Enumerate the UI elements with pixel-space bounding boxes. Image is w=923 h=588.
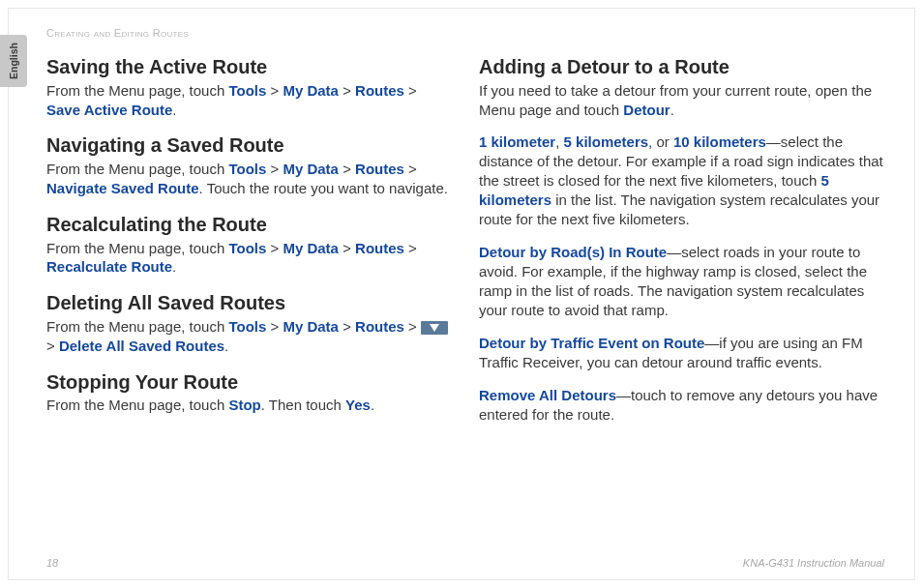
one-km-option: 1 kilometer [479, 133, 555, 150]
navigating-saved-route-title: Navigating a Saved Route [46, 132, 452, 159]
footer: 18 KNA-G431 Instruction Manual [46, 557, 884, 569]
dropdown-icon [421, 321, 448, 335]
remove-all-detours-text: Remove All Detours—touch to remove any d… [479, 386, 884, 425]
detour-action: Detour [623, 102, 670, 118]
detour-by-traffic-text: Detour by Traffic Event on Route—if you … [479, 334, 884, 372]
adding-detour-title: Adding a Detour to a Route [479, 54, 884, 80]
language-tab: English [0, 35, 27, 87]
recalculating-route-title: Recalculating the Route [46, 212, 452, 238]
five-km-option: 5 kilometers [564, 133, 649, 150]
breadcrumb: Creating and Editing Routes [46, 27, 189, 39]
tools-action: Tools [228, 82, 266, 99]
detour-distance-text: 1 kilometer, 5 kilometers, or 10 kilomet… [479, 132, 884, 229]
navigating-saved-route-text: From the Menu page, touch Tools > My Dat… [46, 160, 452, 198]
page-number: 18 [46, 557, 58, 569]
routes-action: Routes [355, 82, 404, 99]
yes-action: Yes [345, 397, 371, 413]
left-column: Saving the Active Route From the Menu pa… [46, 54, 452, 547]
detour-by-roads-text: Detour by Road(s) In Route—select roads … [479, 243, 884, 320]
content-area: Saving the Active Route From the Menu pa… [46, 54, 884, 547]
saving-active-route-title: Saving the Active Route [46, 54, 452, 80]
ten-km-option: 10 kilometers [673, 133, 766, 150]
remove-all-detours-option: Remove All Detours [479, 387, 616, 403]
my-data-action: My Data [283, 82, 339, 99]
deleting-all-saved-routes-title: Deleting All Saved Routes [46, 290, 452, 316]
navigate-saved-route-action: Navigate Saved Route [46, 180, 199, 196]
delete-all-saved-routes-action: Delete All Saved Routes [59, 338, 224, 354]
recalculating-route-text: From the Menu page, touch Tools > My Dat… [46, 239, 452, 278]
tools-action: Tools [228, 240, 266, 256]
save-active-route-action: Save Active Route [46, 102, 172, 118]
detour-by-traffic-option: Detour by Traffic Event on Route [479, 335, 704, 351]
adding-detour-intro: If you need to take a detour from your c… [479, 81, 884, 120]
recalculate-route-action: Recalculate Route [46, 258, 172, 275]
stopping-your-route-text: From the Menu page, touch Stop. Then tou… [46, 396, 452, 415]
routes-action: Routes [355, 318, 404, 335]
tools-action: Tools [228, 161, 266, 177]
language-tab-label: English [8, 43, 19, 79]
my-data-action: My Data [283, 240, 339, 256]
routes-action: Routes [355, 161, 404, 177]
routes-action: Routes [355, 240, 404, 256]
stopping-your-route-title: Stopping Your Route [46, 369, 452, 396]
tools-action: Tools [228, 318, 266, 335]
my-data-action: My Data [283, 161, 339, 177]
right-column: Adding a Detour to a Route If you need t… [479, 54, 884, 547]
my-data-action: My Data [283, 318, 339, 335]
detour-by-roads-option: Detour by Road(s) In Route [479, 244, 667, 260]
saving-active-route-text: From the Menu page, touch Tools > My Dat… [46, 81, 452, 120]
stop-action: Stop [228, 397, 260, 413]
manual-name: KNA-G431 Instruction Manual [743, 557, 884, 569]
deleting-all-saved-routes-text: From the Menu page, touch Tools > My Dat… [46, 317, 452, 356]
